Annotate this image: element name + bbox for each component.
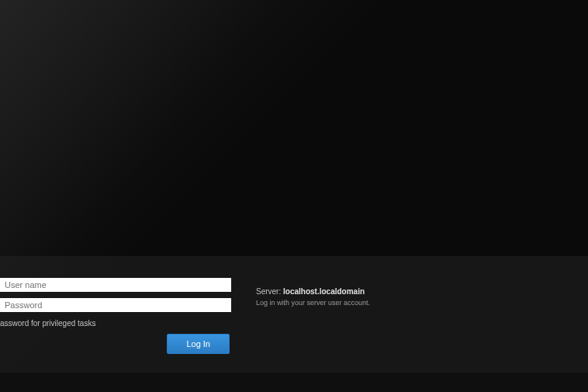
username-input[interactable] [0, 278, 231, 292]
login-band: assword for privileged tasks Log In Serv… [0, 256, 588, 373]
login-form: assword for privileged tasks Log In [0, 278, 233, 354]
server-info: Server: localhost.localdomain Log in wit… [256, 287, 370, 307]
login-button[interactable]: Log In [167, 334, 230, 354]
server-line: Server: localhost.localdomain [256, 287, 370, 296]
bottom-strip [0, 373, 588, 392]
password-input[interactable] [0, 298, 231, 312]
server-hostname: localhost.localdomain [283, 287, 365, 296]
server-label: Server: [256, 287, 281, 296]
privileged-row: assword for privileged tasks [0, 318, 233, 328]
privileged-label: assword for privileged tasks [0, 319, 95, 328]
server-help-text: Log in with your server user account. [256, 299, 370, 307]
